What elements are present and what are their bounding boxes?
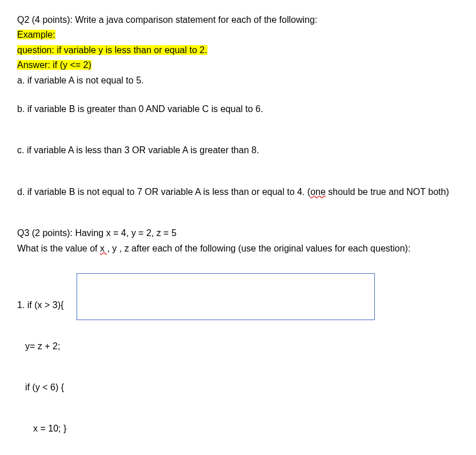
example-answer: Answer: if (y <= 2) (17, 59, 459, 71)
example-question: question: if variable y is less than or … (17, 44, 459, 57)
q2-d: d. if variable B is not equal to 7 OR va… (17, 186, 459, 198)
q3-part1-answer-box[interactable] (77, 273, 375, 320)
q3-header: Q3 (2 points): Having x = 4, y = 2, z = … (17, 227, 459, 240)
q2-c: c. if variable A is less than 3 OR varia… (17, 144, 459, 157)
q3-prompt: What is the value of x , y , z after eac… (17, 242, 459, 255)
example-label: Example: (17, 29, 459, 41)
q3-part1-code: 1. if (x > 3){ y= z + 2; if (y < 6) { x … (17, 271, 66, 455)
q2-b: b. if variable B is greater than 0 AND v… (17, 103, 459, 115)
q3-part1-row: 1. if (x > 3){ y= z + 2; if (y < 6) { x … (17, 271, 459, 455)
q2-header: Q2 (4 points): Write a java comparison s… (17, 14, 459, 26)
q2-a: a. if variable A is not equal to 5. (17, 74, 459, 87)
